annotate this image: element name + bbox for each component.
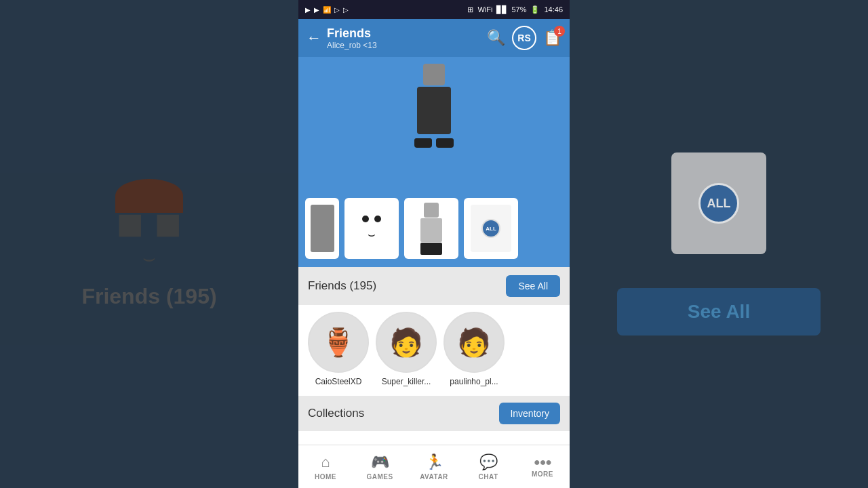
shirt-display: ALL [471, 205, 511, 252]
more-label: MORE [532, 470, 553, 478]
bottom-navigation: ⌂ HOME 🎮 GAMES 🏃 AVATAR 💬 CHAT ●●● MORE [298, 445, 570, 488]
avatar-shoe-left [414, 138, 432, 148]
play2-icon: ▷ [343, 6, 349, 14]
outfit-shirt: ALL [471, 205, 511, 252]
chat-icon: 💬 [479, 453, 498, 471]
games-label: GAMES [366, 473, 393, 481]
avatar-head [423, 64, 445, 85]
outfit-thumb-4[interactable]: ALL [464, 198, 518, 259]
video-icon: ▶ [305, 6, 311, 14]
games-icon: 🎮 [371, 453, 389, 471]
clock: 14:46 [544, 5, 563, 14]
background-left: ◼ ◼ ⌣ Friends (195) [0, 0, 298, 488]
bg-badge: ALL [698, 183, 739, 224]
avatar-section [298, 57, 570, 192]
collections-section: Collections Inventory [298, 396, 570, 431]
outfit-thumb-2[interactable]: ⌣ [344, 198, 399, 259]
back-button[interactable]: ← [307, 29, 321, 47]
nav-more[interactable]: ●●● MORE [515, 445, 570, 488]
home-icon: ⌂ [321, 453, 330, 471]
status-right: ⊞ WiFi ▊▊ 57% 🔋 14:46 [467, 5, 563, 14]
search-icon[interactable]: 🔍 [487, 29, 505, 47]
home-label: HOME [315, 473, 336, 481]
collections-label: Collections [308, 407, 364, 420]
bg-face-smile: ⌣ [142, 247, 156, 270]
avatar-torso [417, 87, 451, 134]
friend-avatar-2: 🧑 [376, 312, 437, 373]
outfit-face: ⌣ [362, 216, 381, 242]
bg-see-all: See All [617, 288, 821, 336]
friend2-char: 🧑 [389, 327, 423, 359]
status-left-icons: ▶ ▶ 📶 ▷ ▷ [305, 6, 349, 14]
header-left: ← Friends Alice_rob <13 [307, 26, 377, 50]
wifi-icon: WiFi [477, 5, 492, 14]
avatar-shoes [414, 138, 454, 148]
eye-right [374, 216, 381, 222]
outfit-thumb-3[interactable] [404, 198, 458, 259]
robux-button[interactable]: RS [512, 26, 536, 50]
signal-icon: ▊▊ [496, 5, 507, 14]
friend3-name: paulinho_pl... [450, 377, 498, 386]
status-bar: ▶ ▶ 📶 ▷ ▷ ⊞ WiFi ▊▊ 57% 🔋 14:46 [298, 0, 570, 19]
nav-avatar[interactable]: 🏃 AVATAR [407, 445, 461, 488]
avatar-icon: 🏃 [425, 453, 443, 471]
background-right: ALL See All [570, 0, 868, 488]
char3-legs [420, 243, 442, 255]
header-title: Friends [327, 26, 377, 41]
play-icon: ▷ [334, 6, 340, 14]
see-all-button[interactable]: See All [506, 275, 560, 297]
yt-icon: ▶ [314, 6, 319, 14]
app-header: ← Friends Alice_rob <13 🔍 RS 📋 1 [298, 19, 570, 57]
nav-games[interactable]: 🎮 GAMES [353, 445, 407, 488]
friend3-char: 🧑 [457, 327, 491, 359]
notification-badge: 1 [554, 26, 565, 37]
friend-avatar-3: 🧑 [443, 312, 505, 373]
outfit-thumb-1[interactable] [305, 198, 339, 259]
phone-panel: ▶ ▶ 📶 ▷ ▷ ⊞ WiFi ▊▊ 57% 🔋 14:46 ← Friend… [298, 0, 570, 488]
notifications-button[interactable]: 📋 1 [543, 29, 561, 47]
outfit-thumbnails: ⌣ ALL [298, 192, 570, 267]
outfit-eyes [362, 216, 381, 222]
friend1-name: CaioSteelXD [315, 377, 362, 386]
avatar-image [387, 64, 481, 192]
chat-label: CHAT [478, 473, 498, 481]
outfit-char-3 [420, 203, 442, 255]
smile-mouth: ⌣ [368, 228, 376, 242]
friends-count-label: Friends (195) [308, 279, 376, 293]
avatar-shoe-right [436, 138, 454, 148]
friend-item-3[interactable]: 🧑 paulinho_pl... [443, 312, 505, 386]
friends-header: Friends (195) See All [298, 267, 570, 305]
header-right: 🔍 RS 📋 1 [487, 26, 561, 50]
cast-status-icon: ⊞ [467, 5, 473, 14]
more-icon: ●●● [534, 456, 551, 468]
header-subtitle: Alice_rob <13 [327, 41, 377, 50]
char3-torso [420, 218, 442, 242]
friend2-name: Super_killer... [382, 377, 431, 386]
cast-icon: 📶 [323, 6, 331, 14]
all-badge: ALL [481, 219, 500, 238]
bg-friends-count: Friends (195) [81, 284, 216, 309]
bg-face-eyes: ◼ ◼ [116, 206, 182, 240]
bg-shirt: ALL [671, 152, 766, 254]
friend-avatar-1: 🏺 [308, 312, 369, 373]
char3-head [424, 203, 439, 218]
inventory-button[interactable]: Inventory [499, 403, 560, 424]
avatar-label: AVATAR [420, 473, 448, 481]
nav-chat[interactable]: 💬 CHAT [461, 445, 515, 488]
battery-text: 57% [511, 5, 526, 14]
nav-home[interactable]: ⌂ HOME [298, 445, 353, 488]
friends-list: 🏺 CaioSteelXD 🧑 Super_killer... 🧑 paulin… [298, 305, 570, 396]
friend-item-2[interactable]: 🧑 Super_killer... [376, 312, 437, 386]
header-title-block: Friends Alice_rob <13 [327, 26, 377, 50]
battery-icon: 🔋 [530, 5, 540, 14]
friend1-char: 🏺 [321, 327, 355, 359]
friend-item-1[interactable]: 🏺 CaioSteelXD [308, 312, 369, 386]
bg-left-face: ◼ ◼ ⌣ [115, 179, 183, 270]
friends-section: Friends (195) See All [298, 267, 570, 305]
eye-left [362, 216, 369, 222]
outfit-preview-1 [311, 205, 334, 252]
